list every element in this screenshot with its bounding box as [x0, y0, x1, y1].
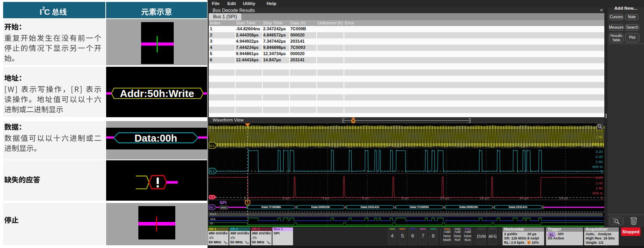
- svg-text:U: U: [528, 242, 530, 244]
- svg-text:Data:000020h: Data:000020h: [459, 205, 478, 209]
- svg-text:SPI: SPI: [220, 200, 227, 205]
- svg-text:Addr:50h:Write: Addr:50h:Write: [120, 88, 194, 99]
- svg-text:16 µs: 16 µs: [559, 196, 568, 200]
- svg-text:C 1: C 1: [210, 144, 215, 147]
- svg-text:800 m: 800 m: [593, 191, 603, 195]
- svg-text:2.40: 2.40: [596, 181, 603, 185]
- svg-text:T: T: [246, 200, 249, 204]
- svg-text:SDA: SDA: [210, 218, 216, 220]
- svg-text:I: I: [40, 7, 42, 16]
- svg-text:Data:00h: Data:00h: [134, 132, 177, 144]
- svg-text:3.20: 3.20: [596, 149, 603, 154]
- svg-text:1.60: 1.60: [596, 186, 603, 190]
- svg-text:Data:000020h: Data:000020h: [311, 205, 330, 209]
- svg-text:Data:7C0093h: Data:7C0093h: [410, 205, 429, 209]
- svg-text:C 3: C 3: [210, 196, 215, 199]
- svg-text:Data:7C009Bh: Data:7C009Bh: [262, 205, 281, 209]
- svg-text:2.40: 2.40: [596, 154, 603, 159]
- svg-text:1.60: 1.60: [596, 160, 603, 164]
- svg-text:SCLK: SCLK: [210, 213, 217, 215]
- svg-text:800 m: 800 m: [593, 165, 603, 169]
- svg-text:C: C: [44, 7, 50, 16]
- svg-text:C 2: C 2: [210, 170, 215, 173]
- svg-text:B1: B1: [210, 206, 214, 209]
- svg-text:Data:203141h: Data:203141h: [361, 205, 380, 209]
- svg-text:0: 0: [601, 196, 603, 200]
- svg-text:Data:203141h: Data:203141h: [509, 205, 528, 209]
- svg-text:SS: SS: [210, 222, 213, 225]
